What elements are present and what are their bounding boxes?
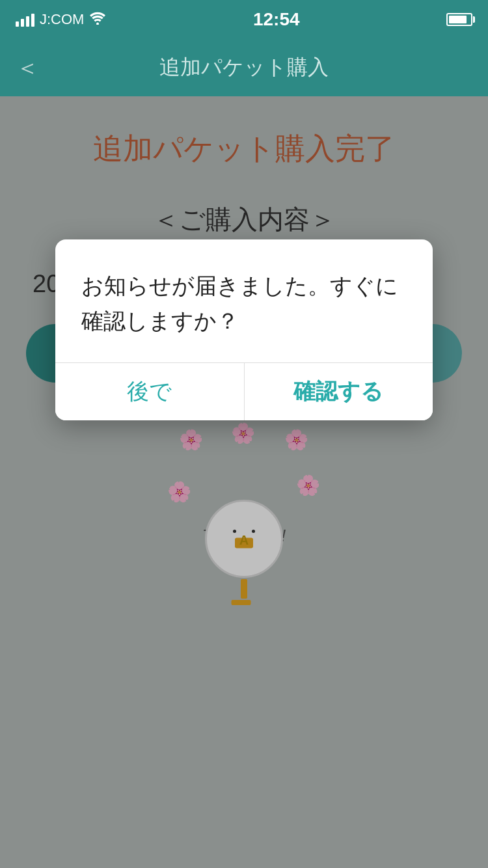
- modal-later-button[interactable]: 後で: [55, 363, 244, 420]
- carrier-label: J:COM: [40, 11, 84, 28]
- status-right: [446, 13, 472, 26]
- modal-message: お知らせが届きました。すぐに確認しますか？: [81, 268, 407, 339]
- svg-point-0: [96, 22, 99, 25]
- main-content: 追加パケット購入完了 ＜ご購入内容＞ 2020/07/03 12:54 メニュー…: [0, 96, 488, 868]
- modal-actions: 後で 確認する: [55, 363, 433, 420]
- nav-bar: ＜ 追加パケット購入: [0, 39, 488, 96]
- wifi-icon: [89, 12, 106, 28]
- signal-bars-icon: [16, 12, 34, 27]
- modal-body: お知らせが届きました。すぐに確認しますか？: [55, 239, 433, 362]
- modal-confirm-button[interactable]: 確認する: [245, 363, 433, 420]
- status-left: J:COM: [16, 11, 106, 28]
- status-time: 12:54: [253, 9, 300, 30]
- battery-icon: [446, 13, 472, 26]
- nav-title: 追加パケット購入: [159, 53, 329, 82]
- back-button[interactable]: ＜: [16, 52, 39, 84]
- notification-modal: お知らせが届きました。すぐに確認しますか？ 後で 確認する: [55, 239, 433, 420]
- status-bar: J:COM 12:54: [0, 0, 488, 39]
- modal-overlay: お知らせが届きました。すぐに確認しますか？ 後で 確認する: [0, 96, 488, 868]
